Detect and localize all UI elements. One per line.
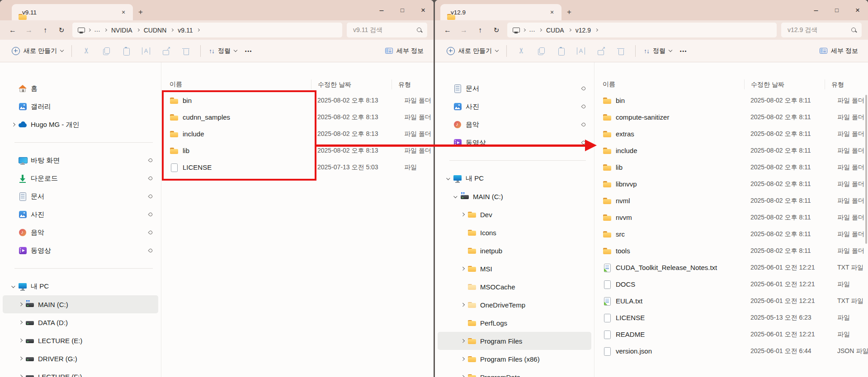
- tree-chevron-icon[interactable]: [9, 242, 18, 260]
- sidebar-item[interactable]: [3, 134, 158, 151]
- file-row[interactable]: compute-sanitizer 2025-08-02 오후 8:11 파일 …: [594, 109, 868, 126]
- file-row[interactable]: README 2025-06-01 오전 12:21 파일: [594, 326, 868, 343]
- tab-close-icon[interactable]: [118, 7, 128, 17]
- new-button[interactable]: 새로 만들기: [8, 43, 67, 59]
- file-row[interactable]: tools 2025-08-02 오후 8:11 파일 폴더: [594, 242, 868, 259]
- search-input[interactable]: v12.9 검색: [781, 23, 862, 37]
- breadcrumb-item[interactable]: NVIDIA: [110, 26, 133, 35]
- sidebar-item[interactable]: Program Files (x86): [438, 350, 591, 368]
- delete-icon[interactable]: [611, 43, 631, 59]
- sidebar-item[interactable]: 내 PC: [438, 169, 591, 187]
- file-row[interactable]: bin 2025-08-02 오후 8:13 파일 폴더: [161, 92, 434, 109]
- back-button[interactable]: [439, 23, 456, 38]
- tree-chevron-icon[interactable]: [9, 169, 18, 187]
- tree-chevron-icon[interactable]: [458, 223, 467, 242]
- more-options-icon[interactable]: [241, 43, 257, 59]
- cut-icon[interactable]: [76, 43, 96, 59]
- copy-icon[interactable]: [96, 43, 116, 59]
- this-pc-icon[interactable]: [513, 27, 519, 33]
- sidebar-item[interactable]: 문서: [438, 79, 591, 98]
- tree-chevron-icon[interactable]: [444, 169, 453, 187]
- close-button[interactable]: [413, 0, 434, 20]
- column-header-type[interactable]: 유형: [392, 79, 434, 89]
- tree-chevron-icon[interactable]: [9, 98, 18, 116]
- tree-chevron-icon[interactable]: [9, 277, 18, 295]
- search-icon[interactable]: [851, 27, 857, 33]
- column-header-date[interactable]: 수정한 날짜: [744, 79, 831, 89]
- sidebar-item[interactable]: 문서: [3, 187, 158, 205]
- new-button[interactable]: 새로 만들기: [443, 43, 502, 59]
- tree-chevron-icon[interactable]: [444, 98, 453, 116]
- more-options-icon[interactable]: [675, 43, 692, 59]
- file-row[interactable]: LICENSE 2025-07-13 오전 5:03 파일: [161, 159, 434, 176]
- sort-button[interactable]: 정렬: [205, 43, 241, 59]
- sidebar-item[interactable]: Hugo MG - 개인: [3, 116, 158, 134]
- file-row[interactable]: libnvvp 2025-08-02 오후 8:11 파일 폴더: [594, 176, 868, 192]
- rename-icon[interactable]: [136, 43, 156, 59]
- column-header-name[interactable]: 이름: [161, 80, 317, 88]
- file-row[interactable]: include 2025-08-02 오후 8:11 파일 폴더: [594, 142, 868, 159]
- paste-icon[interactable]: [116, 43, 136, 59]
- minimize-button[interactable]: [371, 0, 392, 20]
- sidebar-item[interactable]: MAIN (C:): [438, 187, 591, 205]
- sidebar-item[interactable]: 바탕 화면: [3, 151, 158, 169]
- tree-chevron-icon[interactable]: [458, 314, 467, 332]
- file-row[interactable]: DOCS 2025-06-01 오전 12:21 파일: [594, 276, 868, 293]
- file-row[interactable]: LICENSE 2025-05-13 오전 6:23 파일: [594, 309, 868, 326]
- refresh-button[interactable]: [53, 23, 70, 38]
- up-button[interactable]: [37, 23, 53, 38]
- tree-chevron-icon[interactable]: [9, 223, 18, 242]
- sidebar-item[interactable]: OneDriveTemp: [438, 296, 591, 314]
- tree-chevron-icon[interactable]: [9, 79, 18, 98]
- copy-icon[interactable]: [531, 43, 551, 59]
- tree-chevron-icon[interactable]: [16, 331, 25, 349]
- tree-chevron-icon[interactable]: [16, 295, 25, 313]
- tab-close-icon[interactable]: [547, 7, 557, 17]
- file-row[interactable]: lib 2025-08-02 오후 8:11 파일 폴더: [594, 159, 868, 176]
- share-icon[interactable]: [591, 43, 611, 59]
- paste-icon[interactable]: [551, 43, 571, 59]
- sort-button[interactable]: 정렬: [640, 43, 675, 59]
- breadcrumb-item[interactable]: CUDNN: [143, 26, 168, 35]
- file-row[interactable]: nvvm 2025-08-02 오후 8:11 파일 폴더: [594, 209, 868, 226]
- sidebar-item[interactable]: 동영상: [3, 242, 158, 260]
- tree-chevron-icon[interactable]: [458, 296, 467, 314]
- sidebar-item[interactable]: 홈: [3, 79, 158, 98]
- file-row[interactable]: version.json 2025-06-01 오전 6:44 JSON 파일: [594, 343, 868, 359]
- maximize-button[interactable]: [392, 0, 413, 20]
- sidebar-item[interactable]: [3, 260, 158, 277]
- file-row[interactable]: lib 2025-08-02 오후 8:13 파일 폴더: [161, 142, 434, 159]
- sidebar-item[interactable]: DRIVER (G:): [3, 349, 158, 368]
- sidebar-item[interactable]: 음악: [438, 116, 591, 134]
- tree-chevron-icon[interactable]: [458, 332, 467, 350]
- sidebar-item[interactable]: MSI: [438, 260, 591, 278]
- file-row[interactable]: CUDA_Toolkit_Release_Notes.txt 2025-06-0…: [594, 259, 868, 276]
- tree-chevron-icon[interactable]: [9, 187, 18, 205]
- sidebar-item[interactable]: 사진: [438, 98, 591, 116]
- tree-chevron-icon[interactable]: [444, 79, 453, 98]
- tree-chevron-icon[interactable]: [444, 116, 453, 134]
- file-row[interactable]: include 2025-08-02 오후 8:13 파일 폴더: [161, 126, 434, 142]
- sidebar-item[interactable]: Icons: [438, 223, 591, 242]
- tree-chevron-icon[interactable]: [16, 313, 25, 331]
- sidebar-item[interactable]: MSOCache: [438, 278, 591, 296]
- sidebar-item[interactable]: 동영상: [438, 134, 591, 152]
- tree-chevron-icon[interactable]: [458, 278, 467, 296]
- details-pane-button[interactable]: 세부 정보: [382, 43, 427, 59]
- column-header-date[interactable]: 수정한 날짜: [311, 79, 398, 89]
- file-row[interactable]: EULA.txt 2025-06-01 오전 12:21 TXT 파일: [594, 293, 868, 309]
- breadcrumb-overflow[interactable]: [529, 26, 536, 33]
- tree-chevron-icon[interactable]: [9, 116, 18, 134]
- this-pc-icon[interactable]: [78, 27, 85, 33]
- sidebar-item[interactable]: 내 PC: [3, 277, 158, 295]
- tree-chevron-icon[interactable]: [9, 151, 18, 169]
- back-button[interactable]: [5, 23, 21, 38]
- close-button[interactable]: [847, 0, 868, 20]
- cut-icon[interactable]: [511, 43, 531, 59]
- sidebar-item[interactable]: 사진: [3, 205, 158, 223]
- breadcrumb-item[interactable]: v9.11: [177, 26, 193, 35]
- sidebar-item[interactable]: 음악: [3, 223, 158, 242]
- minimize-button[interactable]: [806, 0, 826, 20]
- tree-chevron-icon[interactable]: [9, 205, 18, 223]
- tree-chevron-icon[interactable]: [444, 134, 453, 152]
